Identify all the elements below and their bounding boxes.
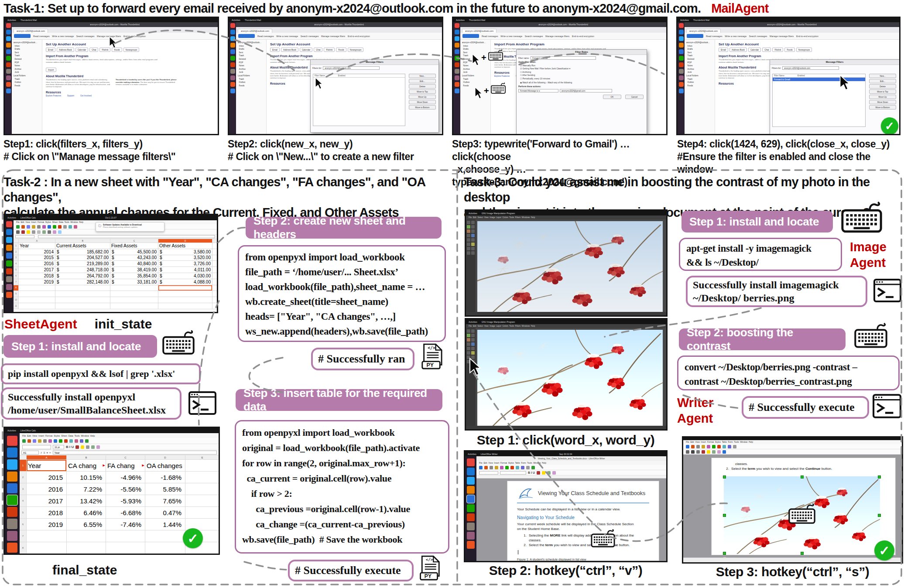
cell[interactable]: $ — [57, 261, 59, 266]
calendar-button[interactable]: Calendar — [300, 48, 312, 52]
toolbar-links[interactable]: Read messages Write a new message Search… — [257, 35, 370, 38]
cell[interactable] — [212, 291, 218, 297]
filelink-button[interactable]: Filelink — [324, 48, 335, 52]
cell[interactable]: 6.46% — [67, 507, 106, 519]
cell[interactable]: Fixed Assets — [110, 243, 158, 249]
filter-name-input[interactable]: Forward to Gmail — [531, 56, 596, 60]
mail-tab[interactable]: anonym-x2024@outlook.com — [238, 29, 272, 33]
cell[interactable]: 9 — [14, 291, 19, 297]
cell[interactable]: $3,520.00 — [158, 255, 212, 261]
new-message-button[interactable] — [687, 34, 703, 38]
gimp-toolbox[interactable] — [466, 219, 476, 312]
address-book-button[interactable]: Address Book — [729, 48, 747, 52]
cell[interactable] — [55, 303, 110, 309]
cell[interactable]: $ — [160, 261, 162, 266]
cell[interactable]: 2019 — [19, 279, 55, 285]
cell[interactable]: $ — [160, 250, 162, 254]
cell[interactable]: $204,527.00 — [55, 255, 110, 261]
cell[interactable] — [19, 291, 55, 297]
cell[interactable]: 2019 — [27, 519, 67, 530]
cell[interactable]: $ — [160, 255, 162, 260]
cell[interactable] — [212, 261, 218, 267]
col-e[interactable]: E — [185, 455, 219, 460]
calendar-button[interactable]: Calendar — [748, 48, 761, 52]
address-book-button[interactable]: Address Book — [57, 48, 74, 52]
move-down-button[interactable]: Move Down — [869, 100, 896, 104]
format-toolbar-icons[interactable] — [683, 449, 902, 455]
folder-pane[interactable]: anonym-x2024@outlook… Inbox Drafts Sent … — [685, 40, 715, 134]
address-book-button[interactable]: Address Book — [281, 48, 298, 52]
cell[interactable]: -1.68% — [145, 472, 185, 483]
cell[interactable] — [19, 303, 55, 309]
cell[interactable] — [110, 297, 158, 303]
ok-button[interactable]: OK — [603, 95, 621, 99]
menu-bar[interactable]: File Edit Select View Image Layer Colors… — [466, 215, 666, 219]
bold-italic-underline-icons[interactable]: B I U — [66, 445, 74, 449]
name-box[interactable]: A1 — [21, 451, 39, 455]
cell[interactable] — [110, 303, 158, 309]
cell[interactable]: $ — [112, 273, 114, 278]
feeds-button[interactable]: Feeds — [336, 48, 346, 52]
bold-italic-underline-icons[interactable]: B I U — [528, 471, 535, 474]
cell[interactable] — [185, 472, 219, 483]
font-name-box[interactable] — [22, 445, 51, 449]
cell[interactable]: 3,726.00 — [194, 261, 211, 266]
filelink-button[interactable]: Filelink — [772, 48, 783, 52]
new-message-button[interactable] — [238, 34, 255, 38]
cell[interactable] — [145, 542, 185, 554]
cell[interactable] — [67, 542, 106, 554]
tab-bar[interactable]: anonym-x2024@outlook.com — [685, 27, 899, 33]
cell[interactable]: FA chang▶ — [106, 460, 145, 472]
mail-tab[interactable]: anonym-x2024@outlook.com — [686, 29, 721, 33]
apply-options[interactable]: ☑ Manually Run ☑ Getting New Mail: Filte… — [520, 64, 643, 80]
mail-toolbar[interactable]: Read messages Write a new message Search… — [236, 33, 442, 40]
cell[interactable]: $ — [160, 280, 162, 284]
mail-toolbar[interactable]: Read messages Write a new message Search… — [685, 33, 899, 40]
move-top-button[interactable]: Move to Top — [409, 89, 436, 94]
cell[interactable] — [158, 291, 212, 297]
document-page[interactable]: Viewing Your Class Schedule and Textbook… — [507, 481, 659, 561]
toolbar-icons[interactable] — [20, 438, 219, 444]
cell[interactable]: $264,792.00 — [55, 273, 110, 279]
tab-bar[interactable]: anonym-x2024@outlook.com — [460, 27, 666, 33]
cell[interactable] — [212, 303, 218, 309]
cell[interactable]: $219,289.00 — [55, 261, 110, 267]
cell[interactable]: 45,500.00 — [137, 250, 157, 254]
cell[interactable]: 4,011.00 — [194, 267, 211, 272]
cell[interactable]: 7 — [20, 530, 27, 542]
cell[interactable]: $ — [160, 273, 162, 278]
cell[interactable]: 5 — [14, 267, 19, 273]
update-notification[interactable]: ⓘ Software Updates Available to Download… — [96, 222, 164, 232]
cell[interactable] — [27, 530, 67, 542]
cell[interactable]: $ — [112, 280, 114, 284]
cell[interactable]: $ — [57, 250, 59, 254]
cell[interactable]: 248,718.00 — [87, 267, 109, 272]
new-filter-button[interactable]: New... — [409, 74, 436, 78]
cell[interactable]: 2018 — [19, 273, 55, 279]
cell[interactable]: 10 — [14, 297, 19, 303]
cell[interactable] — [106, 542, 145, 554]
cell[interactable]: 2016 — [19, 261, 55, 267]
cell[interactable]: 204,527.00 — [87, 255, 109, 260]
cell[interactable]: $ — [57, 280, 59, 284]
toolbar-links[interactable]: Read messages Write a new message Search… — [482, 35, 594, 38]
cell[interactable]: $3,726.00 — [158, 261, 212, 267]
cell[interactable]: 2017 — [27, 495, 67, 507]
cell[interactable]: 1.44% — [145, 519, 185, 530]
cell[interactable]: -5.56% — [106, 483, 145, 495]
account-select[interactable]: anonym-x2024@outlook.com — [782, 66, 839, 70]
activities-button[interactable]: Activities — [7, 19, 16, 21]
folder-pane[interactable]: anonym-x2024@outlook… Inbox Drafts Sent … — [236, 40, 267, 134]
tab-bar[interactable]: anonym-x2024@outlook.com — [12, 27, 218, 33]
cell[interactable]: 2 — [20, 472, 27, 483]
cell[interactable]: 33,181.00 — [137, 280, 157, 284]
cell[interactable]: 7.65% — [145, 495, 185, 507]
cell[interactable] — [19, 285, 55, 291]
ubuntu-dock[interactable] — [229, 22, 236, 134]
cell[interactable] — [185, 507, 219, 519]
new-message-button[interactable] — [462, 34, 479, 38]
menu-bar[interactable]: File Edit View Insert Format Styles Tabl… — [683, 440, 902, 444]
cell[interactable] — [158, 303, 212, 309]
folder-pane[interactable]: anonym-x2024@outlook… Inbox Drafts Sent … — [12, 40, 42, 134]
col-c[interactable]: C — [110, 239, 158, 243]
